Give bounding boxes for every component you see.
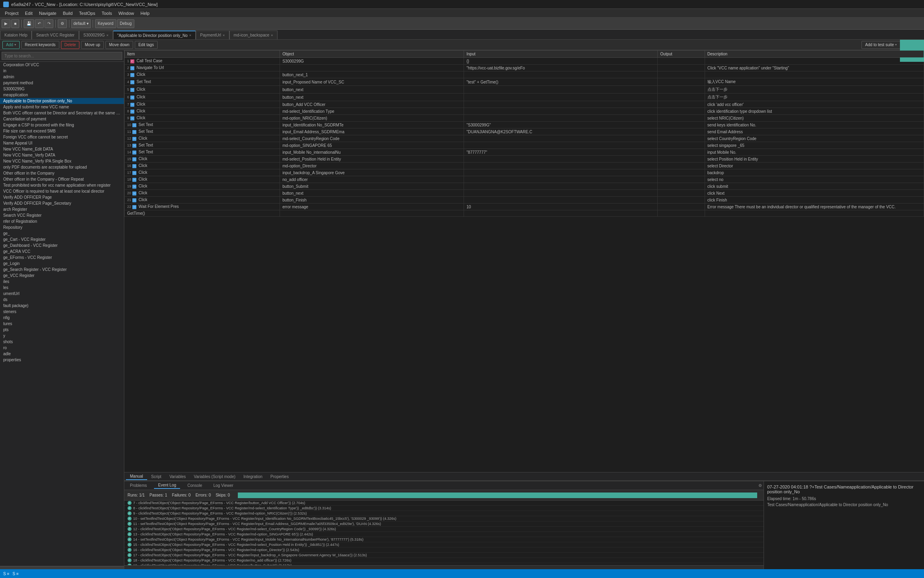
log-entry[interactable]: ✓18 - clickfindTestObject('Object Reposi… — [124, 558, 764, 563]
table-row[interactable]: 11 → Set Text input_Email Address_SGDRME… — [125, 128, 924, 135]
menu-testops[interactable]: TestOps — [76, 10, 98, 16]
sidebar-item[interactable]: ge_ACRA VCC — [0, 248, 124, 254]
sidebar-item[interactable]: y — [0, 333, 124, 339]
debug-btn[interactable]: Debug — [117, 19, 134, 28]
sidebar-item[interactable]: les — [0, 285, 124, 291]
toolbar-stop-btn[interactable]: ■ — [11, 19, 19, 28]
menu-tools[interactable]: Tools — [98, 10, 115, 16]
table-row[interactable]: 19 → Click button_Submit click submit — [125, 183, 924, 190]
recent-keywords-button[interactable]: Recent keywords — [21, 41, 59, 49]
tab-s3000299g[interactable]: S3000299G × — [79, 31, 113, 39]
table-row[interactable]: 7 → Click button_Add VCC Officer click '… — [125, 101, 924, 108]
sidebar-item[interactable]: New VCC Name_Verfy IPA Single Box — [0, 158, 124, 164]
tab-close-md[interactable]: × — [271, 33, 273, 37]
sidebar-item[interactable]: umentUrl — [0, 291, 124, 297]
table-row[interactable]: GetTime() — [125, 210, 924, 217]
log-entry[interactable]: ✓15 - clickfindTestObject('Object Reposi… — [124, 542, 764, 547]
sidebar-item[interactable]: Both VCC officer cannot be Director and … — [0, 110, 124, 116]
sidebar-item[interactable]: ge_Search Register - VCC Register — [0, 267, 124, 273]
tab-md-icon[interactable]: md-icon_backspace × — [229, 31, 278, 39]
sidebar-item[interactable]: Cancellation of payment — [0, 116, 124, 122]
menu-help[interactable]: Help — [137, 10, 153, 16]
log-tab-console[interactable]: Console — [183, 482, 206, 488]
tab-properties[interactable]: Properties — [266, 474, 293, 480]
log-tab-problems[interactable]: Problems — [126, 482, 151, 488]
add-to-test-suite-button[interactable]: Add to test suite ▾ — [861, 41, 900, 49]
sidebar-item[interactable]: admin — [0, 74, 124, 80]
table-row[interactable]: 12 → Click md-select_CountryRegion Code … — [125, 135, 924, 142]
log-scrollbar-h[interactable] — [124, 565, 764, 569]
sidebar-item[interactable]: steners — [0, 309, 124, 315]
table-row[interactable]: 4 → Set Text input_Proposed Name of VCC_… — [125, 78, 924, 86]
sidebar-item[interactable]: adle — [0, 351, 124, 357]
sidebar-item[interactable]: File size can not exceed 5MB — [0, 128, 124, 134]
sidebar-item[interactable]: nfer of Registration — [0, 218, 124, 224]
keyword-btn[interactable]: Keyword — [95, 19, 116, 28]
move-up-button[interactable]: Move up — [81, 41, 103, 49]
tab-applicable-director[interactable]: "Applicable to Director position only_No… — [113, 31, 196, 39]
table-row[interactable]: 13 → Set Text md-option_SINGAPORE 65 sel… — [125, 142, 924, 149]
sidebar-item[interactable]: pts — [0, 327, 124, 333]
menu-navigate[interactable]: Navigate — [36, 10, 59, 16]
table-row[interactable]: 22 → Wait For Element Pres error message… — [125, 204, 924, 210]
table-row[interactable]: 10 → Set Text input_Identification No_SG… — [125, 122, 924, 128]
log-entry[interactable]: ✓17 - clickfindTestObject('Object Reposi… — [124, 553, 764, 558]
toolbar-settings-btn[interactable]: ⚙ — [58, 19, 67, 28]
sidebar-item[interactable]: New VCC Name_Verfy DATA — [0, 152, 124, 158]
sidebar-item[interactable]: tures — [0, 321, 124, 327]
sidebar-item[interactable]: Repository — [0, 224, 124, 230]
tab-close[interactable]: × — [106, 33, 108, 37]
sidebar-item[interactable]: Other officer in the Company — [0, 170, 124, 176]
sidebar-item[interactable]: Verify ADD OFFICER Page — [0, 194, 124, 200]
tab-variables-script[interactable]: Variables (Script mode) — [190, 474, 239, 480]
table-row[interactable]: 2 → Navigate To Url "https://vcc-uat.biz… — [125, 65, 924, 71]
log-entry[interactable]: ✓7 - clickfindTestObject('Object Reposit… — [124, 501, 764, 506]
sidebar-item[interactable]: in — [0, 68, 124, 74]
sidebar-item[interactable]: ds — [0, 297, 124, 303]
table-row[interactable]: 16 → Click md-option_Director select Dir… — [125, 163, 924, 169]
log-entry[interactable]: ✓14 - setTextfindTestObject('Object Repo… — [124, 537, 764, 542]
tab-close-active[interactable]: × — [189, 33, 191, 37]
add-button[interactable]: Add ▾ — [2, 41, 20, 49]
sidebar-item[interactable]: Engage a CSP to proceed with the filing — [0, 122, 124, 128]
table-row[interactable]: 21 → Click button_Finish click Finish — [125, 197, 924, 204]
move-down-button[interactable]: Move down — [105, 41, 133, 49]
toolbar-save-btn[interactable]: 💾 — [24, 19, 34, 28]
sidebar-item[interactable]: fault package) — [0, 303, 124, 309]
sidebar-item[interactable]: Apply and submit for new VCC name — [0, 104, 124, 110]
sidebar-item[interactable]: nfig — [0, 315, 124, 321]
sidebar-item[interactable]: properties — [0, 357, 124, 363]
table-row[interactable]: 5 → Click button_next 点击下一步 — [125, 86, 924, 94]
tab-script[interactable]: Script — [147, 474, 166, 480]
sidebar-item[interactable]: shots — [0, 339, 124, 345]
tab-close-payment[interactable]: × — [223, 33, 225, 37]
log-settings-icon[interactable]: ⚙ — [758, 483, 762, 488]
table-row[interactable]: 17 → Click input_backdrop_A Singapore Go… — [125, 169, 924, 176]
sidebar-item[interactable]: Foreign VCC office cannot be secret — [0, 134, 124, 140]
table-row[interactable]: 15 → Click md-select_Position Held in En… — [125, 156, 924, 163]
log-entry[interactable]: ✓12 - clickfindTestObject('Object Reposi… — [124, 527, 764, 532]
sidebar-item[interactable]: only PDF documents are acceptable for up… — [0, 164, 124, 170]
table-row[interactable]: 18 → Click no_add officer select no — [125, 176, 924, 183]
sidebar-item[interactable]: ge_VCC Register — [0, 273, 124, 279]
log-entry[interactable]: ✓9 - clickfindTestObject('Object Reposit… — [124, 511, 764, 516]
log-entry[interactable]: ✓10 - setTextfindTestObject('Object Repo… — [124, 516, 764, 521]
menu-project[interactable]: Project — [2, 10, 22, 16]
log-entry[interactable]: ✓8 - clickfindTestObject('Object Reposit… — [124, 506, 764, 511]
table-row[interactable]: 1 C Call Test Case S3000299G {} — [125, 58, 924, 65]
log-entry[interactable]: ✓13 - clickfindTestObject('Object Reposi… — [124, 532, 764, 537]
tab-payment-url[interactable]: PaymentUrl × — [196, 31, 229, 39]
log-content[interactable]: ✓7 - clickfindTestObject('Object Reposit… — [124, 501, 764, 565]
toolbar-run-btn[interactable]: ▶ — [2, 19, 10, 28]
sidebar-item[interactable]: meapplication — [0, 92, 124, 98]
sidebar-item[interactable]: ro — [0, 345, 124, 351]
sidebar-scrollbar[interactable] — [0, 566, 124, 569]
table-row[interactable]: 20 → Click button_next click Next — [125, 190, 924, 197]
sidebar-item[interactable]: New VCC Name_Edit DATA — [0, 146, 124, 152]
table-row[interactable]: 3 → Click button_next_1 — [125, 71, 924, 78]
sidebar-item[interactable]: Applicable to Director position only_No — [0, 98, 124, 104]
delete-button[interactable]: Delete — [61, 41, 80, 49]
sidebar-item[interactable]: Name Appeal UI — [0, 140, 124, 146]
sidebar-item[interactable]: Verify ADD OFFICER Page_Secretary — [0, 200, 124, 206]
log-entry[interactable]: ✓16 - clickfindTestObject('Object Reposi… — [124, 547, 764, 553]
